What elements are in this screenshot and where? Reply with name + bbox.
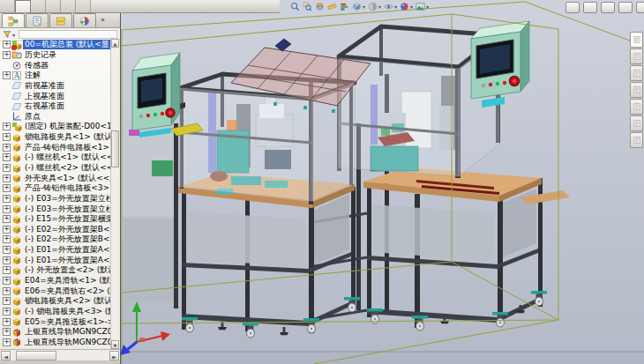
expand-toggle-icon[interactable]: [3, 144, 11, 152]
tree-item[interactable]: (-) E01=外壳放置架A<1: [0, 245, 111, 256]
tree-item[interactable]: (-) E02=外壳放置架B<2: [0, 234, 111, 245]
tree-item[interactable]: (-) E15=外壳放置架横梁: [0, 214, 111, 225]
scroll-thumb[interactable]: [111, 130, 119, 167]
tree-item[interactable]: E05=夹具推送板<1>->: [0, 316, 111, 327]
task-pane-tab[interactable]: [630, 115, 643, 131]
zoom-area-button[interactable]: [303, 1, 312, 12]
scroll-right-button[interactable]: ►: [109, 351, 119, 360]
tree-item[interactable]: (-) E02=外壳放置架B<1: [0, 225, 111, 235]
commandmanager-tab[interactable]: [15, 0, 31, 12]
task-pane-tab[interactable]: [630, 65, 643, 81]
tree-item[interactable]: 注解: [0, 71, 111, 81]
tree-item[interactable]: 传感器: [0, 60, 111, 71]
expand-toggle-icon[interactable]: [3, 277, 11, 285]
view-orientation-button[interactable]: [352, 1, 365, 12]
window-button[interactable]: [601, 2, 615, 13]
expand-toggle-icon[interactable]: [3, 338, 11, 346]
tree-item[interactable]: E04=夹具滑轨<1> (默认: [0, 276, 111, 286]
tree-item[interactable]: 产品-铸铝件电路板<1>: [0, 142, 111, 152]
background-equipment[interactable]: [121, 123, 178, 308]
expand-toggle-icon[interactable]: [3, 184, 11, 192]
expand-toggle-icon[interactable]: [3, 215, 11, 223]
tree-item[interactable]: 锁电路板夹具<1> (默认: [0, 132, 111, 143]
tree-item[interactable]: 外壳夹具<1> (默认<<显: [0, 173, 111, 183]
tree-item[interactable]: 上银直线导轨MGN9CZ0: [0, 327, 111, 338]
expand-toggle-icon[interactable]: [3, 71, 11, 79]
tree-item[interactable]: (-) 螺丝机<2> (默认<<: [0, 163, 111, 174]
tree-item[interactable]: 历史记录: [0, 50, 111, 61]
commandmanager-tab[interactable]: [46, 0, 61, 12]
commandmanager-tab[interactable]: [61, 0, 76, 12]
expand-toggle-icon[interactable]: [3, 287, 11, 295]
panel-tab[interactable]: [49, 13, 72, 27]
expand-toggle-icon[interactable]: [3, 195, 11, 203]
tree-item[interactable]: 锁电路板夹具<2> (默认: [0, 296, 111, 307]
expand-toggle-icon[interactable]: [3, 328, 11, 336]
expand-toggle-icon[interactable]: [3, 235, 11, 243]
task-pane-tab[interactable]: [630, 132, 643, 148]
funnel-caret[interactable]: ▾: [12, 32, 15, 38]
tree-item[interactable]: 前视基准面: [0, 81, 111, 92]
tree-item[interactable]: 右视基准面: [0, 101, 111, 112]
scroll-thumb[interactable]: [16, 351, 56, 360]
tree-item[interactable]: (-) E03=外壳放置架立柱: [0, 204, 111, 214]
expand-toggle-icon[interactable]: [3, 41, 11, 48]
scroll-up-button[interactable]: ▲: [111, 39, 119, 48]
scroll-down-button[interactable]: ▼: [111, 340, 119, 349]
panel-tab[interactable]: [26, 13, 49, 27]
funnel-icon[interactable]: [3, 30, 11, 39]
tree-horizontal-scrollbar[interactable]: ◄ ►: [0, 349, 120, 360]
tree-item[interactable]: (-) 螺丝机<1> (默认<<: [0, 152, 111, 163]
expand-toggle-icon[interactable]: [3, 297, 11, 305]
window-button[interactable]: [583, 2, 597, 13]
window-button[interactable]: [636, 2, 644, 13]
expand-toggle-icon[interactable]: [3, 318, 11, 326]
expand-toggle-icon[interactable]: [3, 51, 11, 59]
expand-toggle-icon[interactable]: [3, 226, 11, 234]
task-pane-tab[interactable]: [630, 48, 643, 64]
commandmanager-tab[interactable]: [31, 0, 46, 12]
window-button[interactable]: [618, 2, 633, 13]
expand-toggle-icon[interactable]: [3, 308, 11, 316]
measure-button[interactable]: [327, 1, 337, 12]
panel-tab[interactable]: [2, 13, 25, 27]
scroll-left-button[interactable]: ◄: [1, 351, 11, 360]
task-pane-tab[interactable]: [630, 32, 643, 48]
expand-toggle-icon[interactable]: [3, 246, 11, 254]
expand-toggle-icon[interactable]: [3, 123, 11, 130]
assembly-visualization-button[interactable]: [340, 1, 349, 12]
tree-item[interactable]: 上银直线导轨MGN9CZ0: [0, 338, 111, 348]
expand-toggle-icon[interactable]: [3, 266, 11, 274]
tree-item[interactable]: (-) 外壳放置盒<2> (默认: [0, 265, 111, 276]
expand-toggle-icon[interactable]: [3, 153, 11, 161]
commandmanager-tab[interactable]: [0, 0, 15, 12]
tree-item[interactable]: (固定) 机架装配-D00<1: [0, 122, 111, 132]
window-button[interactable]: [565, 2, 580, 13]
task-pane-tab[interactable]: [630, 99, 643, 115]
panel-tab[interactable]: [73, 13, 96, 27]
graphics-viewport[interactable]: [121, 0, 644, 364]
display-style-button[interactable]: [368, 1, 381, 12]
edit-appearance-button[interactable]: [400, 1, 413, 12]
tree-item[interactable]: 原点: [0, 111, 111, 122]
tree-item[interactable]: 产品-铸铝件电路板<3>: [0, 183, 111, 194]
commandmanager-tab[interactable]: [76, 0, 91, 12]
tree-item[interactable]: E06=夹具滑轨右<2> (默: [0, 286, 111, 296]
panel-tabs-overflow[interactable]: »: [101, 13, 105, 26]
tree-vertical-scrollbar[interactable]: ▲ ▼: [110, 39, 120, 349]
hide-show-items-button[interactable]: [384, 1, 397, 12]
tree-item[interactable]: 上视基准面: [0, 91, 111, 101]
expand-toggle-icon[interactable]: [3, 164, 11, 172]
task-pane-tab[interactable]: [630, 82, 643, 98]
section-view-button[interactable]: [315, 1, 325, 12]
expand-toggle-icon[interactable]: [3, 175, 11, 182]
tree-item[interactable]: (-) 锁电路板夹具<3> (默: [0, 307, 111, 317]
expand-toggle-icon[interactable]: [3, 133, 11, 141]
tree-item[interactable]: (-) E01=外壳放置架A<2: [0, 255, 111, 265]
tree-filter-input[interactable]: [19, 30, 117, 39]
zoom-fit-button[interactable]: [290, 1, 300, 12]
expand-toggle-icon[interactable]: [3, 256, 11, 264]
expand-toggle-icon[interactable]: [3, 205, 11, 213]
apply-scene-button[interactable]: [416, 1, 429, 12]
tree-item[interactable]: 00=机架总装 (默认<显: [0, 40, 111, 50]
